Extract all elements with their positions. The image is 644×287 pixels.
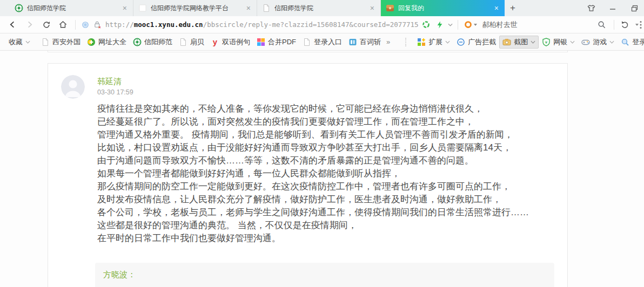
new-tab-button[interactable]: + [505,0,521,16]
toolbar-games[interactable]: 游戏 [578,36,618,49]
youdao-y-icon: y [211,38,219,46]
toolbar-label: 截图 [514,37,528,47]
search-magnifier-icon[interactable] [593,17,610,33]
screenshot-camera-icon [502,38,511,46]
toolbar-adblock[interactable]: 广告拦截 [453,36,499,49]
refresh-icon[interactable] [38,17,55,33]
toolbar-label: 登录管家 [632,37,644,47]
bookmark-item[interactable]: 合并PDF [253,36,299,49]
bookmarks-overflow-icon[interactable]: » [386,38,390,46]
chevron-down-icon [25,40,30,44]
bookmark-label: 合并PDF [268,37,296,47]
blank-favicon-icon [138,4,147,12]
document-icon [179,38,187,46]
post-timestamp: 03-30 17:59 [97,88,133,96]
quoted-author-name[interactable]: 方晓波： [103,270,136,279]
toolbar-label: 广告拦截 [468,37,496,47]
menu-more-icon[interactable] [640,18,644,31]
avatar[interactable] [61,75,85,99]
search-engine-selector[interactable] [464,20,477,29]
separator [75,20,76,30]
home-icon[interactable] [55,17,71,33]
snapshot-shutter-icon[interactable] [419,18,432,31]
quoted-reply-box: 方晓波： [95,263,554,287]
bookmarks-bar: 收藏 西安外国 网址大全 信阳师范 扇贝 y 双语例句 合并PDF [0,33,644,51]
search-engine-360-icon [464,20,472,29]
bookmark-item[interactable]: 信阳师范 [130,36,176,49]
tab-xynu-1[interactable]: 信阳师范学院 × [10,0,133,16]
previous-post-card-bottom [48,51,568,52]
chaoxing-favicon-icon [386,4,394,12]
chevron-down-icon[interactable] [446,18,454,31]
search-suggestion-text[interactable]: 郝柏村去世 [482,20,517,30]
bookmark-item[interactable]: 登录入口 [299,36,345,49]
window-controls [585,0,641,16]
tab-title: 回复我的 [398,4,489,13]
url-path: /bbscircle/reply-me?clazzid=15608147&cou… [203,20,419,29]
post-body-text: 疫情往往是突如其来的，不给人准备，等你发现它的时候，它可能已经在你身边悄悄潜伏很… [97,102,568,245]
speed-mode-lightning-icon[interactable] [433,18,446,31]
bookmark-label: 扇贝 [190,37,204,47]
post-author-name[interactable]: 韩延清 [97,77,122,87]
colorful-grid-icon [257,38,265,46]
document-icon [303,38,311,46]
adblock-minus-circle-icon [457,38,465,46]
chevron-down-icon [445,40,450,44]
bookmark-item[interactable]: y 双语例句 [207,36,253,49]
extensions-icon [417,38,426,46]
toolbar-online-banking[interactable]: ¥ 网银 [539,36,578,49]
chevron-down-icon [531,40,535,44]
address-toolbar: × http://mooc1.xynu.edu.cn/bbscircle/rep… [0,16,644,33]
bookmark-label: 信阳师范 [144,37,172,47]
browser-window: 信阳师范学院 × 信阳师范学院网络教学平台 × 信阳师范学院 × 回复我的 × … [0,0,644,287]
tab-teaching-platform[interactable]: 信阳师范学院网络教学平台 × [133,0,257,16]
tab-reply-me-active[interactable]: 回复我的 × [381,0,505,16]
theme-skin-icon[interactable] [585,2,598,15]
gamepad-icon [581,38,590,46]
tab-title: 信阳师范学院 [27,4,118,13]
document-favicon-icon [262,4,271,12]
reply-post-card: 韩延清 03-30 17:59 疫情往往是突如其来的，不给人准备，等你发现它的时… [48,63,568,287]
tab-close-icon[interactable]: × [493,4,500,12]
back-icon[interactable] [4,17,21,33]
baicizhan-icon [348,38,357,46]
university-logo-icon [133,38,142,46]
bank-shield-icon: ¥ [542,38,551,46]
bookmark-item[interactable]: 网址大全 [84,36,130,49]
favorites-label: 收藏 [9,37,23,47]
bookmark-item[interactable]: 西安外国 [38,36,84,49]
separator [458,20,458,30]
tab-bar: 信阳师范学院 × 信阳师范学院网络教学平台 × 信阳师范学院 × 回复我的 × … [0,0,644,16]
document-icon [41,38,50,46]
restore-window-icon[interactable] [628,2,641,15]
university-logo-icon [15,4,23,12]
bookmark-label: 登录入口 [314,37,342,47]
toolbar-extensions[interactable]: 扩展 [414,36,453,49]
tab-title: 信阳师范学院 [274,4,365,13]
tab-close-icon[interactable]: × [122,4,128,12]
person-silhouette-icon [61,75,85,99]
tab-close-icon[interactable]: × [245,4,252,12]
bookmark-label: 西安外国 [52,37,81,47]
toolbar-screenshot[interactable]: 截图 [499,36,539,49]
bookmark-item[interactable]: 扇贝 [176,36,207,49]
separator [405,38,407,46]
forward-icon[interactable] [21,17,38,33]
tab-xynu-2[interactable]: 信阳师范学院 × [257,0,381,16]
tab-close-icon[interactable]: × [369,4,375,12]
bookmark-label: 网址大全 [98,37,126,47]
insecure-lock-icon[interactable]: × [91,20,103,29]
magnifier-blue-icon [621,38,629,46]
bookmark-label: 双语例句 [222,37,250,47]
caret-down-icon[interactable] [632,18,640,31]
toolbar-login-manager[interactable]: 登录管家 [618,36,644,49]
reopen-closed-tab-icon[interactable] [618,17,632,33]
url-host: mooc1.xynu.edu.cn [134,20,203,29]
favorites-menu[interactable]: 收藏 [5,36,33,49]
site-mode-icon[interactable] [79,21,91,29]
site-directory-icon [87,38,96,46]
separator [614,20,614,30]
address-bar[interactable]: × http://mooc1.xynu.edu.cn/bbscircle/rep… [79,20,418,29]
bookmark-item[interactable]: 百词斩 [345,36,384,49]
minimize-icon[interactable] [606,2,619,15]
